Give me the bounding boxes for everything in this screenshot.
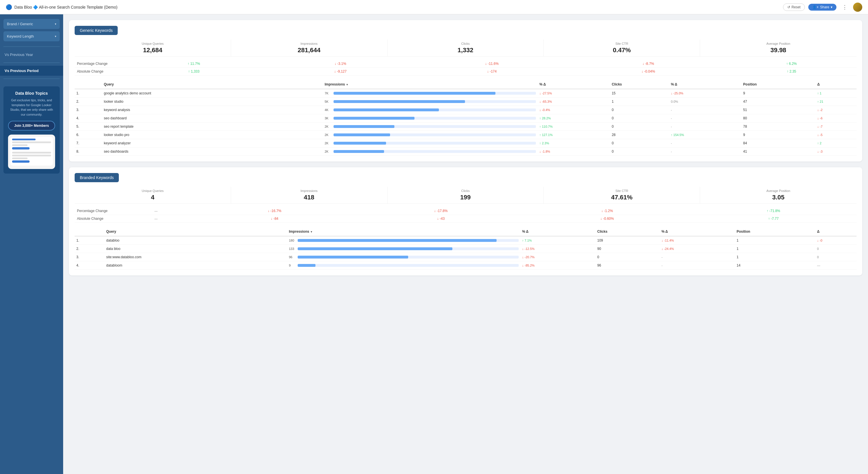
- row-clicks: 0: [610, 123, 669, 131]
- row-position: 9: [741, 89, 815, 98]
- row-num: 2.: [74, 98, 102, 106]
- row-delta: 0: [815, 245, 857, 253]
- header: 🔵 Data Bloo 🔷 All-in-one Search Console …: [0, 0, 868, 14]
- row-position: 51: [741, 106, 815, 114]
- sidebar-filter-keyword-length[interactable]: Keyword Length ▾: [3, 31, 60, 41]
- row-num: 4.: [74, 261, 104, 270]
- promo-join-button[interactable]: Join 3,000+ Members: [8, 121, 55, 131]
- promo-title: Data Bloo Topics: [8, 91, 55, 96]
- branded-abs-ctr: -0.60%: [524, 215, 690, 223]
- branded-keywords-table: Query Impressions ▼ % Δ Clicks % Δ Posit…: [74, 227, 857, 270]
- generic-keywords-card: Generic Keywords Unique Queries 12,684 I…: [69, 20, 862, 162]
- row-clicks: 0: [610, 139, 669, 148]
- share-dropdown-icon: ▾: [831, 5, 832, 9]
- row-query: looker studio: [102, 98, 323, 106]
- table-row: 6. looker studio pro 2K ↑ 127.1% 28 ↑ 15…: [74, 131, 857, 139]
- user-avatar[interactable]: [853, 3, 862, 12]
- row-query: seo dashboards: [102, 148, 323, 156]
- branded-abs-imp: -84: [191, 215, 358, 223]
- branded-pct-uq: —: [121, 207, 191, 215]
- row-position: 1: [735, 236, 815, 245]
- branded-stat-clk: Clicks 199: [388, 187, 544, 203]
- phone-button-2: [12, 160, 30, 163]
- row-query: seo dashboard: [102, 114, 323, 123]
- row-query: site:www.databloo.com: [104, 253, 287, 261]
- row-delta: 0: [815, 253, 857, 261]
- row-pct-delta-1: ↓ -20.7%: [520, 253, 596, 261]
- row-query: databloom: [104, 261, 287, 270]
- row-position: 47: [741, 98, 815, 106]
- branded-col-num: [74, 227, 104, 236]
- phone-line-1: [12, 138, 36, 140]
- row-pct-delta-1: ↓ -27.5%: [538, 89, 610, 98]
- generic-pct-change-row: Percentage Change 11.7% -3.1% -11.6% -8.…: [74, 60, 857, 68]
- stat-avg-position: Average Position 39.98: [700, 40, 857, 56]
- branded-abs-label: Absolute Change: [74, 215, 121, 223]
- vs-previous-period-label: Vs Previous Period: [5, 69, 39, 73]
- sidebar: Brand / Generic ▾ Keyword Length ▾ Vs Pr…: [0, 14, 63, 474]
- branded-col-position: Position: [735, 227, 815, 236]
- more-options-button[interactable]: ⋮: [840, 3, 849, 11]
- branded-pct-row: Percentage Change — -16.7% -17.8% -1.2% …: [74, 207, 857, 215]
- share-button[interactable]: 👤+ Share ▾: [808, 4, 836, 11]
- table-row: 5. seo report template 2K ↑ 110.7% 0 - 7…: [74, 123, 857, 131]
- generic-abs-ctr: -0.04%: [570, 68, 726, 75]
- row-delta: ↓ -3: [815, 148, 857, 156]
- generic-pct-change-table: Percentage Change 11.7% -3.1% -11.6% -8.…: [74, 60, 857, 75]
- generic-abs-change-row: Absolute Change 1,333 -9,127 -174 -0.04%: [74, 68, 857, 75]
- sidebar-divider: [3, 46, 60, 47]
- phone-line-2: [12, 141, 51, 143]
- main-content: Generic Keywords Unique Queries 12,684 I…: [63, 14, 868, 474]
- row-num: 1.: [74, 236, 104, 245]
- branded-stat-ctr-value: 47.61%: [545, 194, 699, 201]
- row-impressions: 4K: [323, 106, 538, 114]
- col-clicks: Clicks: [610, 80, 669, 89]
- share-icon: 👤+: [812, 5, 818, 9]
- row-num: 3.: [74, 253, 104, 261]
- generic-pct-ctr: -8.7%: [570, 60, 726, 68]
- row-impressions: 3K: [323, 114, 538, 123]
- row-num: 7.: [74, 139, 102, 148]
- row-pct-delta-1: ↓ -1.8%: [538, 148, 610, 156]
- generic-keywords-title: Generic Keywords: [74, 26, 118, 35]
- col-position: Position: [741, 80, 815, 89]
- generic-pct-clk: -11.6%: [414, 60, 570, 68]
- stat-uq-value: 12,684: [76, 46, 229, 54]
- col-impressions[interactable]: Impressions ▼: [323, 80, 538, 89]
- branded-stat-imp: Impressions 418: [231, 187, 388, 203]
- stat-impressions: Impressions 281,644: [231, 40, 388, 56]
- row-clicks: 96: [596, 261, 660, 270]
- row-delta: ↓ -5: [815, 131, 857, 139]
- sidebar-filter-brand-generic[interactable]: Brand / Generic ▾: [3, 19, 60, 29]
- branded-abs-clk: -43: [358, 215, 524, 223]
- row-clicks: 0: [610, 148, 669, 156]
- stat-ctr-label: Site CTR: [545, 42, 699, 45]
- row-clicks: 1: [610, 98, 669, 106]
- row-pct-delta-2: -: [669, 139, 741, 148]
- row-delta: ↓ -6: [815, 114, 857, 123]
- row-pct-delta-2: ↓ -11.4%: [660, 236, 735, 245]
- row-impressions: 5K: [323, 98, 538, 106]
- sidebar-item-vs-previous-period[interactable]: Vs Previous Period: [0, 66, 63, 76]
- row-clicks: 109: [596, 236, 660, 245]
- row-position: 1: [735, 245, 815, 253]
- sidebar-item-vs-previous-year[interactable]: Vs Previous Year: [0, 50, 63, 60]
- phone-button-1: [12, 147, 30, 150]
- sidebar-divider-3: [3, 78, 60, 79]
- branded-col-pct-1: % Δ: [520, 227, 596, 236]
- reset-button[interactable]: ↺ Reset: [783, 3, 805, 11]
- generic-pct-uq: 11.7%: [121, 60, 267, 68]
- branded-abs-pos: -7.77: [690, 215, 857, 223]
- branded-stat-clk-label: Clicks: [389, 189, 542, 192]
- branded-stat-pos-value: 3.05: [701, 194, 856, 201]
- row-position: 1: [735, 253, 815, 261]
- branded-col-impressions[interactable]: Impressions ▼: [287, 227, 520, 236]
- generic-table-header-row: Query Impressions ▼ % Δ Clicks % Δ Posit…: [74, 80, 857, 89]
- phone-line-3: [12, 144, 28, 146]
- row-position: 14: [735, 261, 815, 270]
- row-query: looker studio pro: [102, 131, 323, 139]
- branded-stat-ctr: Site CTR 47.61%: [544, 187, 700, 203]
- stat-ctr-value: 0.47%: [545, 46, 699, 54]
- col-num: [74, 80, 102, 89]
- row-clicks: 0: [596, 253, 660, 261]
